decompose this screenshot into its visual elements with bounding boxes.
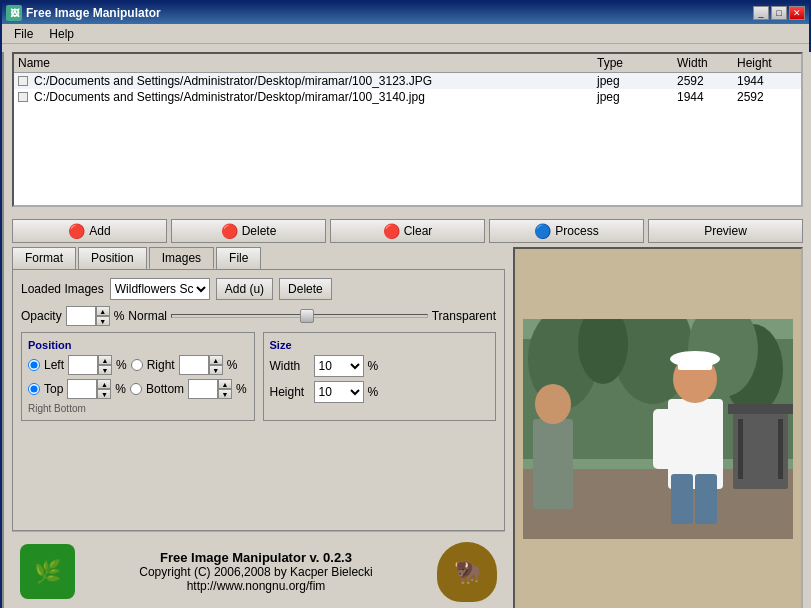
tab-images[interactable]: Images (149, 247, 214, 269)
app-icon: 🖼 (6, 5, 22, 21)
file-list[interactable]: Name Type Width Height C:/Documents and … (12, 52, 803, 207)
top-up[interactable]: ▲ (97, 379, 111, 389)
file-name-1: C:/Documents and Settings/Administrator/… (18, 90, 597, 104)
minimize-button[interactable]: _ (753, 6, 769, 20)
pos-size-row: Position Left 0 ▲ ▼ (21, 332, 496, 421)
left-unit: % (116, 358, 127, 372)
left-spinbox[interactable]: 0 ▲ ▼ (68, 355, 112, 375)
right-down[interactable]: ▼ (209, 365, 223, 375)
add-button[interactable]: 🔴 Add (12, 219, 167, 243)
top-spinbox[interactable]: 0 ▲ ▼ (67, 379, 111, 399)
preview-image (515, 249, 801, 608)
file-width-0: 2592 (677, 74, 737, 88)
app-title: Free Image Manipulator (26, 6, 753, 20)
loaded-images-label: Loaded Images (21, 282, 104, 296)
left-down[interactable]: ▼ (98, 365, 112, 375)
file-height-0: 1944 (737, 74, 797, 88)
top-value[interactable]: 0 (67, 379, 97, 399)
opacity-spinbox[interactable]: 53 ▲ ▼ (66, 306, 110, 326)
left-row: Left 0 ▲ ▼ % Right (28, 355, 248, 375)
clear-button[interactable]: 🔴 Clear (330, 219, 485, 243)
right-value[interactable]: 0 (179, 355, 209, 375)
right-bottom-note: Right Bottom (28, 403, 248, 414)
bottom-up[interactable]: ▲ (218, 379, 232, 389)
left-label: Left (44, 358, 64, 372)
top-label: Top (44, 382, 63, 396)
maximize-button[interactable]: □ (771, 6, 787, 20)
app-logo: 🌿 (20, 544, 75, 599)
bottom-radio[interactable] (130, 383, 142, 395)
tab-position[interactable]: Position (78, 247, 147, 269)
url: http://www.nongnu.org/fim (85, 579, 427, 593)
menu-file[interactable]: File (6, 25, 41, 43)
tab-content-images: Loaded Images Wildflowers Screer Add (u)… (12, 269, 505, 531)
preview-panel (513, 247, 803, 608)
table-row[interactable]: C:/Documents and Settings/Administrator/… (14, 73, 801, 89)
file-type-0: jpeg (597, 74, 677, 88)
bottom-area: Format Position Images File Loaded Image… (4, 247, 811, 608)
tab-format[interactable]: Format (12, 247, 76, 269)
bottom-down[interactable]: ▼ (218, 389, 232, 399)
opacity-slider[interactable] (171, 314, 428, 318)
opacity-unit: % (114, 309, 125, 323)
opacity-row: Opacity 53 ▲ ▼ % Normal Transparent (21, 306, 496, 326)
app-name: Free Image Manipulator v. 0.2.3 (160, 550, 352, 565)
right-label: Right (147, 358, 175, 372)
menu-help[interactable]: Help (41, 25, 82, 43)
gnu-mascot: 🦬 (437, 542, 497, 602)
opacity-down[interactable]: ▼ (96, 316, 110, 326)
svg-rect-12 (678, 354, 712, 370)
bottom-unit: % (236, 382, 247, 396)
svg-rect-19 (738, 419, 743, 479)
top-unit: % (115, 382, 126, 396)
menu-bar: File Help (2, 24, 809, 44)
left-value[interactable]: 0 (68, 355, 98, 375)
opacity-up[interactable]: ▲ (96, 306, 110, 316)
right-up[interactable]: ▲ (209, 355, 223, 365)
size-title: Size (270, 339, 490, 351)
left-up[interactable]: ▲ (98, 355, 112, 365)
left-radio[interactable] (28, 359, 40, 371)
svg-rect-20 (778, 419, 783, 479)
tab-strip: Format Position Images File (12, 247, 505, 269)
height-dropdown[interactable]: 10 (314, 381, 364, 403)
top-down[interactable]: ▼ (97, 389, 111, 399)
col-name: Name (18, 56, 597, 70)
left-panel: Format Position Images File Loaded Image… (12, 247, 505, 608)
width-dropdown[interactable]: 10 (314, 355, 364, 377)
tab-file[interactable]: File (216, 247, 261, 269)
top-row: Top 0 ▲ ▼ % Bottom (28, 379, 248, 399)
file-list-header: Name Type Width Height (14, 54, 801, 73)
copyright: Copyright (C) 2006,2008 by Kacper Bielec… (85, 565, 427, 579)
width-row: Width 10 % (270, 355, 490, 377)
footer-text: Free Image Manipulator v. 0.2.3 Copyrigh… (85, 550, 427, 593)
opacity-label: Opacity (21, 309, 62, 323)
file-name-0: C:/Documents and Settings/Administrator/… (18, 74, 597, 88)
window-controls: _ □ ✕ (753, 6, 805, 20)
process-button[interactable]: 🔵 Process (489, 219, 644, 243)
opacity-value[interactable]: 53 (66, 306, 96, 326)
col-type: Type (597, 56, 677, 70)
svg-rect-18 (728, 404, 793, 414)
right-spinbox[interactable]: 0 ▲ ▼ (179, 355, 223, 375)
loaded-images-row: Loaded Images Wildflowers Screer Add (u)… (21, 278, 496, 300)
preview-button[interactable]: Preview (648, 219, 803, 243)
width-label: Width (270, 359, 310, 373)
delete-button[interactable]: 🔴 Delete (171, 219, 326, 243)
preview-svg (523, 319, 793, 539)
height-unit: % (368, 385, 379, 399)
top-radio[interactable] (28, 383, 40, 395)
width-unit: % (368, 359, 379, 373)
close-button[interactable]: ✕ (789, 6, 805, 20)
image-delete-button[interactable]: Delete (279, 278, 332, 300)
height-label: Height (270, 385, 310, 399)
bottom-value[interactable]: 0 (188, 379, 218, 399)
image-add-button[interactable]: Add (u) (216, 278, 273, 300)
bottom-spinbox[interactable]: 0 ▲ ▼ (188, 379, 232, 399)
size-box: Size Width 10 % Height (263, 332, 497, 421)
loaded-images-dropdown[interactable]: Wildflowers Screer (110, 278, 210, 300)
file-width-1: 1944 (677, 90, 737, 104)
normal-label: Normal (128, 309, 167, 323)
right-radio[interactable] (131, 359, 143, 371)
table-row[interactable]: C:/Documents and Settings/Administrator/… (14, 89, 801, 105)
